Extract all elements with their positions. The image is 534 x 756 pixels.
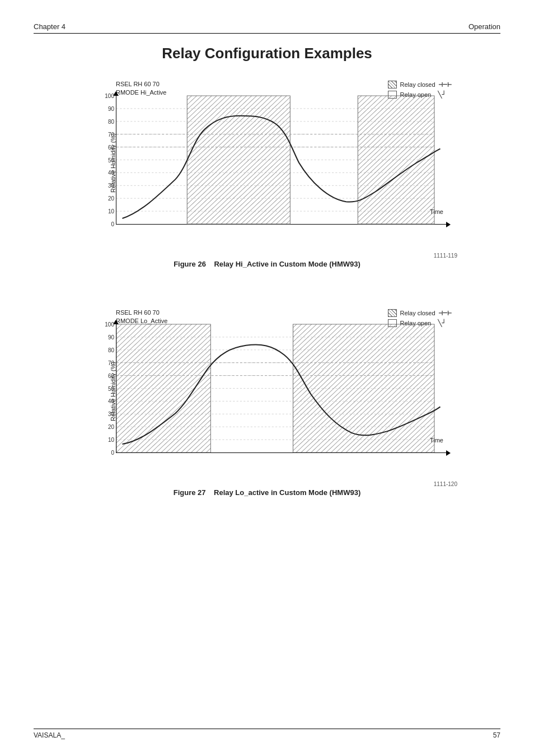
page: Chapter 4 Operation Relay Configuration … [0,0,534,756]
legend2-closed-label: Relay closed [400,310,435,316]
relay-closed-symbol1: ⊣─⊢ [439,80,452,88]
figure-2-block: RSEL RH 60 70 RMODE Lo_Active Relay clos… [34,307,500,497]
chart1-y-arrow [113,91,119,96]
svg-rect-14 [358,96,434,224]
ytick2-90: 90 [108,334,116,340]
chart1-rsel: RSEL RH 60 70 [116,80,166,88]
ytick2-20: 20 [108,424,116,430]
page-title: Relay Configuration Examples [34,45,500,62]
chart-1: RSEL RH 60 70 RMODE Hi_Active Relay clos… [77,79,457,247]
legend1-closed-icon [388,81,397,88]
chart-2: RSEL RH 60 70 RMODE Lo_Active Relay clos… [77,307,457,475]
ytick-80: 80 [108,118,116,124]
chart2-rsel: RSEL RH 60 70 [116,309,167,317]
figure1-id: 1111-119 [77,253,457,259]
ytick-0: 0 [111,221,116,227]
chapter-label: Chapter 4 [34,22,65,31]
ytick2-80: 80 [108,347,116,353]
chart1-area: 0 10 20 30 40 50 60 70 80 90 100 [116,96,446,225]
chart2-y-arrow [113,320,119,324]
chart1-info: RSEL RH 60 70 RMODE Hi_Active [116,80,166,97]
legend2-closed: Relay closed ⊣─⊢ [388,309,452,317]
footer-company: VAISALA_ [34,731,65,739]
figure2-caption: Figure 27 Relay Lo_active in Custom Mode… [174,488,360,497]
chart1-svg [116,96,446,224]
ytick-10: 10 [108,208,116,214]
legend1-closed: Relay closed ⊣─⊢ [388,80,452,88]
chart2-area: 0 10 20 30 40 50 60 70 80 90 100 [116,324,446,453]
chart2-svg [116,324,446,452]
chart2-info: RSEL RH 60 70 RMODE Lo_Active [116,309,167,326]
ytick2-0: 0 [111,450,116,456]
chart1-x-arrow [446,222,451,227]
figure1-caption: Figure 26 Relay Hi_Active in Custom Mode… [174,260,360,268]
section-label: Operation [469,22,500,31]
legend2-closed-icon [388,309,397,317]
legend1-closed-label: Relay closed [400,81,435,88]
figure-1-block: RSEL RH 60 70 RMODE Hi_Active Relay clos… [34,79,500,268]
chart2-x-arrow [446,450,451,456]
ytick2-10: 10 [108,437,116,443]
svg-rect-30 [116,324,210,452]
svg-rect-31 [293,324,434,452]
page-header: Chapter 4 Operation [34,22,500,34]
chart2-x-label: Time [430,437,443,444]
chart1-x-label: Time [430,208,443,215]
footer-page-number: 57 [493,731,500,739]
ytick-20: 20 [108,195,116,202]
ytick-90: 90 [108,105,116,111]
figure2-id: 1111-120 [77,481,457,487]
page-footer: VAISALA_ 57 [34,729,500,739]
svg-rect-13 [187,96,290,224]
relay-closed-symbol2: ⊣─⊢ [439,309,452,317]
